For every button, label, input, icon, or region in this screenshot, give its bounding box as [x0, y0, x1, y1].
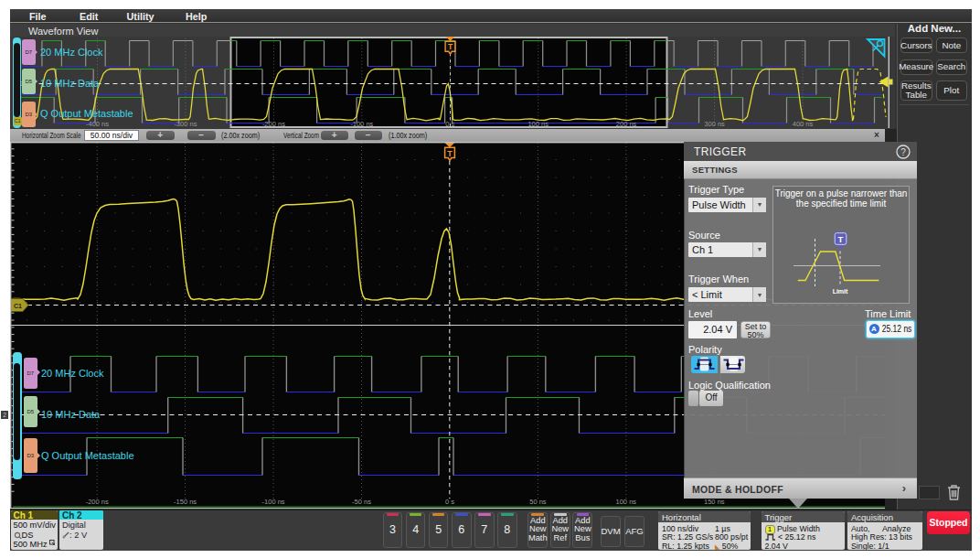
svg-text:-100 ns: -100 ns — [262, 498, 285, 506]
svg-text:300 ns: 300 ns — [704, 120, 725, 128]
svg-text:-100 ns: -100 ns — [350, 120, 373, 128]
svg-text:-50 ns: -50 ns — [352, 498, 371, 506]
svg-text:Limit: Limit — [833, 288, 848, 295]
svg-text:T: T — [838, 233, 844, 243]
svg-text:400 ns: 400 ns — [792, 120, 813, 128]
svg-text:-150 ns: -150 ns — [174, 498, 197, 506]
svg-text:100 ns: 100 ns — [527, 120, 549, 128]
svg-text:200 ns: 200 ns — [615, 120, 636, 128]
svg-text:50 ns: 50 ns — [529, 498, 547, 506]
svg-text:0 s: 0 s — [445, 120, 454, 128]
svg-text:-200 ns: -200 ns — [86, 498, 109, 506]
svg-text:T: T — [447, 42, 453, 51]
svg-text:T: T — [447, 149, 453, 158]
svg-text:-400 ns: -400 ns — [85, 120, 108, 128]
svg-text:150 ns: 150 ns — [704, 498, 725, 506]
svg-text:0 s: 0 s — [445, 498, 454, 506]
svg-text:C1: C1 — [14, 303, 22, 309]
svg-text:-200 ns: -200 ns — [261, 120, 284, 128]
svg-text:-300 ns: -300 ns — [174, 120, 197, 128]
svg-text:?: ? — [900, 147, 906, 157]
svg-text:100 ns: 100 ns — [616, 498, 637, 506]
